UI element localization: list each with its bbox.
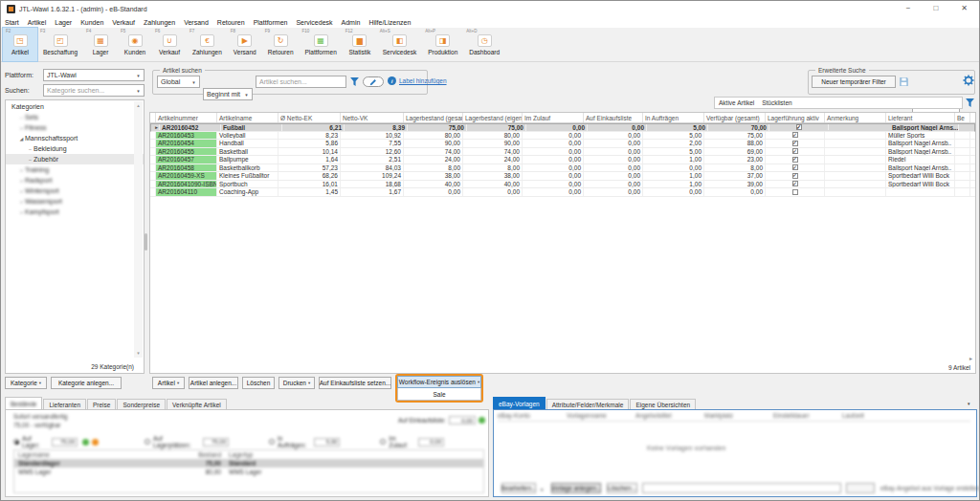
column-header-im-zulauf[interactable]: Im Zulauf bbox=[523, 113, 584, 122]
hscroll-right-icon[interactable]: ▸ bbox=[969, 355, 972, 361]
column-header-auf-einkaufsliste[interactable]: Auf Einkaufsliste bbox=[584, 113, 643, 122]
category-search-input[interactable]: Kategorie suchen... ▾ bbox=[43, 84, 145, 97]
ribbon-item-versand[interactable]: F8▶Versand bbox=[228, 28, 262, 61]
checkbox-icon[interactable]: ✓ bbox=[796, 124, 802, 130]
search-match-select[interactable]: Beginnt mit ▾ bbox=[203, 88, 253, 100]
tree-item-kampfsport[interactable]: +Kampfsport bbox=[6, 207, 144, 217]
ebay-loeschen-button[interactable]: Löschen... bbox=[607, 483, 637, 493]
tab-best-nde[interactable]: Bestände bbox=[5, 397, 42, 409]
column-header-netto-ek[interactable]: Ø Netto-EK bbox=[278, 113, 341, 122]
tree-root-kategorien[interactable]: Kategorien bbox=[6, 100, 144, 111]
tab-ebay-vorlagen[interactable]: eBay-Vorlagen bbox=[493, 397, 546, 409]
artikel-search-input[interactable] bbox=[256, 76, 346, 88]
menu-item-retouren[interactable]: Retouren bbox=[217, 19, 245, 26]
menu-item-servicedesk[interactable]: Servicedesk bbox=[296, 19, 332, 26]
filter-chip-aktive-artikel[interactable]: Aktive Artikel bbox=[719, 99, 754, 106]
tab-eigene-bersichten[interactable]: Eigene Übersichten bbox=[630, 399, 696, 409]
sidebar-splitter[interactable] bbox=[145, 233, 147, 250]
radio-icon[interactable] bbox=[380, 439, 386, 445]
menu-item-zahlungen[interactable]: Zahlungen bbox=[144, 19, 175, 26]
ribbon-item-artikel[interactable]: F2◳Artikel bbox=[3, 28, 37, 61]
tree-item-zubeh-r[interactable]: –Zubehör bbox=[6, 154, 144, 164]
expander-plus-icon[interactable]: + bbox=[18, 167, 25, 173]
checkbox-icon[interactable]: ✓ bbox=[792, 157, 798, 163]
column-header-lagerbestand-eigen[interactable]: Lagerbestand (eigen) bbox=[463, 113, 523, 122]
tab-verkn-pfte-artikel[interactable]: Verknüpfte Artikel bbox=[167, 399, 227, 409]
ribbon-item-produktion[interactable]: Alt+P◨Produktion bbox=[422, 28, 463, 61]
column-header-lieferant[interactable]: Lieferant bbox=[886, 113, 955, 122]
table-row[interactable]: AR20160454Handball5,867,5590,0090,000,00… bbox=[150, 140, 975, 148]
table-row[interactable]: AR201604110Coaching-App1,451,670,000,000… bbox=[150, 188, 975, 197]
vorlage-anlegen-button[interactable]: Vorlage anlegen... bbox=[551, 483, 601, 493]
tab-lieferanten[interactable]: Lieferanten bbox=[43, 399, 86, 409]
workflow-menu-item-sale[interactable]: Sale bbox=[433, 391, 445, 398]
menu-item-artikel[interactable]: Artikel bbox=[28, 19, 46, 26]
column-header-in-auftr-gen[interactable]: In Aufträgen bbox=[643, 113, 704, 122]
column-header-netto-vk[interactable]: Netto-VK bbox=[341, 113, 404, 122]
tree-item-fitness[interactable]: +Fitness bbox=[6, 122, 144, 133]
ebay-template-input[interactable] bbox=[642, 483, 841, 493]
column-header-anmerkung[interactable]: Anmerkung bbox=[825, 113, 886, 122]
menu-item-verkauf[interactable]: Verkauf bbox=[112, 19, 135, 26]
table-row[interactable]: AR20160458Basketballkorb57,2384,038,008,… bbox=[150, 164, 975, 173]
table-row[interactable]: AR20160459-XSKleines Fußballtor68,26109,… bbox=[150, 172, 975, 181]
table-row[interactable]: ▸AR20160452Fußball6,218,3975,0075,000,00… bbox=[150, 123, 975, 132]
radio-icon[interactable] bbox=[145, 439, 150, 445]
tree-scrollbar[interactable]: ▴ ▾ bbox=[134, 101, 143, 358]
column-header-be[interactable]: Be bbox=[955, 113, 970, 122]
tab-attribute-felder-merkmale[interactable]: Attribute/Felder/Merkmale bbox=[546, 399, 630, 409]
ribbon-item-lager[interactable]: F4▦Lager bbox=[83, 28, 118, 61]
expander-open-icon[interactable]: ◢ bbox=[18, 136, 25, 142]
neuer-filter-button[interactable]: Neuer temporärer Filter bbox=[812, 76, 896, 88]
artikel-anlegen-button[interactable]: Artikel anlegen... bbox=[189, 377, 238, 389]
filter-funnel-icon[interactable] bbox=[349, 76, 360, 87]
label-edit-toggle[interactable] bbox=[363, 76, 384, 87]
expander-plus-icon[interactable]: + bbox=[18, 188, 25, 194]
close-icon[interactable]: ✕ bbox=[961, 5, 968, 12]
tree-item-sets[interactable]: –Sets bbox=[6, 112, 144, 122]
kategorie-anlegen-button[interactable]: Kategorie anlegen... bbox=[51, 377, 122, 389]
checkbox-icon[interactable]: ✓ bbox=[792, 181, 798, 186]
column-header-artikelname[interactable]: Artikelname bbox=[217, 113, 278, 122]
ribbon-item-kunden[interactable]: F5◉Kunden bbox=[118, 28, 152, 61]
loeschen-button[interactable]: Löschen bbox=[242, 377, 275, 389]
expander-plus-icon[interactable]: + bbox=[18, 125, 25, 131]
tree-item-wintersport[interactable]: +Wintersport bbox=[6, 185, 144, 196]
column-header-verf-gbar-gesamt[interactable]: Verfügbar (gesamt) bbox=[704, 113, 766, 122]
radio-icon[interactable] bbox=[13, 439, 19, 445]
drucken-button[interactable]: Drucken▾ bbox=[278, 377, 315, 389]
menu-item-plattformen[interactable]: Plattformen bbox=[254, 19, 288, 26]
table-row[interactable]: AR20160457Ballpumpe1,642,5124,0024,000,0… bbox=[150, 156, 975, 164]
warehouse-row[interactable]: WMS Lager80,00WMS Lager bbox=[14, 468, 483, 476]
platform-select[interactable]: JTL-Wawi ▾ bbox=[43, 69, 145, 81]
expander-plus-icon[interactable]: + bbox=[18, 178, 25, 184]
tree-item-wassersport[interactable]: +Wassersport bbox=[6, 196, 144, 207]
table-row[interactable]: AR20160453Volleyball8,2310,9280,0080,000… bbox=[150, 132, 975, 141]
menu-item-start[interactable]: Start bbox=[5, 19, 19, 26]
minimize-icon[interactable]: − bbox=[906, 5, 911, 12]
ebay-angebot-erstellen-label[interactable]: eBay-Angebot aus Vorlage erstellen... bbox=[880, 485, 980, 491]
filter-chip-stuecklisten[interactable]: Stücklisten bbox=[762, 99, 791, 106]
menu-item-kunden[interactable]: Kunden bbox=[80, 19, 103, 26]
ribbon-item-retouren[interactable]: F9↻Retouren bbox=[262, 28, 300, 61]
search-scope-select[interactable]: Global ▾ bbox=[157, 76, 200, 88]
ribbon-item-verkauf[interactable]: F6∪Verkauf bbox=[152, 28, 187, 61]
gear-icon[interactable] bbox=[963, 75, 974, 86]
radio-icon[interactable] bbox=[269, 439, 275, 445]
column-header-lagerbestand-gesamt[interactable]: Lagerbestand (gesamt) bbox=[404, 113, 463, 122]
checkbox-icon[interactable] bbox=[792, 189, 798, 195]
scroll-down-icon[interactable]: ▾ bbox=[134, 349, 143, 358]
tree-item-mannschaftssport[interactable]: ◢Mannschaftssport bbox=[6, 133, 144, 143]
collapse-panel-icon[interactable]: ▾ bbox=[968, 401, 970, 406]
menu-item-lager[interactable]: Lager bbox=[55, 19, 72, 26]
ribbon-item-dashboard[interactable]: Alt+D◷Dashboard bbox=[463, 28, 505, 61]
menu-item-admin[interactable]: Admin bbox=[342, 19, 361, 26]
tree-item-radsport[interactable]: +Radsport bbox=[6, 175, 144, 185]
tab-sonderpreise[interactable]: Sonderpreise bbox=[117, 399, 166, 409]
checkbox-icon[interactable]: ✓ bbox=[792, 148, 798, 154]
tree-item-training[interactable]: +Training bbox=[6, 164, 144, 175]
tab-preise[interactable]: Preise bbox=[87, 399, 116, 409]
ribbon-item-servicedesk[interactable]: Alt+S◧Servicedesk bbox=[377, 28, 422, 61]
ribbon-item-beschaffung[interactable]: F3◰Beschaffung bbox=[37, 28, 83, 61]
tree-item-bekleidung[interactable]: –Bekleidung bbox=[6, 143, 144, 154]
